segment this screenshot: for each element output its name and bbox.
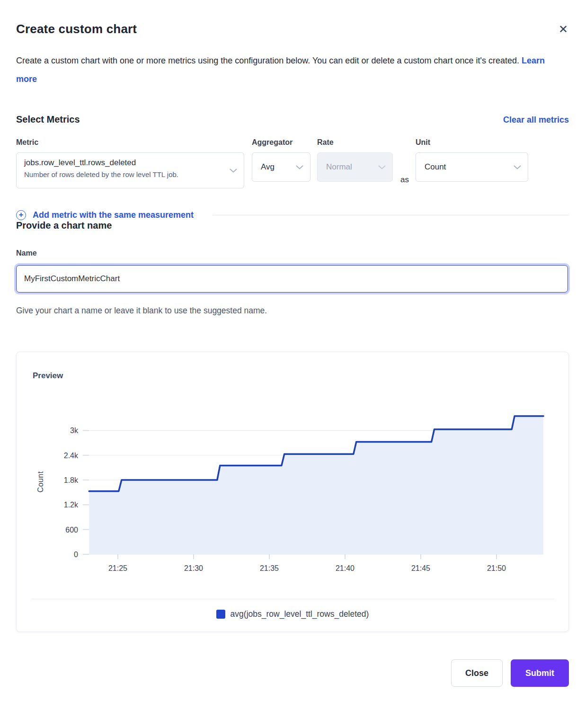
rate-label: Rate (317, 138, 393, 147)
metric-select[interactable]: jobs.row_level_ttl.rows_deleted Number o… (16, 152, 244, 188)
modal-description: Create a custom chart with one or more m… (16, 52, 565, 89)
legend-swatch-icon (216, 610, 225, 619)
chevron-down-icon (514, 162, 521, 172)
as-text: as (400, 175, 409, 185)
aggregator-column: Aggregator Avg (252, 138, 310, 182)
modal-header: Create custom chart ✕ (16, 0, 569, 36)
add-metric-label: Add metric with the same measurement (33, 210, 194, 220)
legend-label: avg(jobs_row_level_ttl_rows_deleted) (230, 609, 369, 619)
chevron-down-icon (378, 162, 386, 172)
select-metrics-header: Select Metrics Clear all metrics (16, 114, 569, 125)
metric-label: Metric (16, 138, 244, 147)
close-button[interactable]: Close (451, 659, 503, 687)
unit-column: Unit Count (416, 138, 528, 182)
add-metric-button[interactable]: + Add metric with the same measurement (16, 210, 194, 220)
submit-button[interactable]: Submit (511, 659, 569, 687)
preview-heading: Preview (33, 371, 63, 381)
svg-text:0: 0 (74, 550, 78, 559)
rate-select[interactable]: Normal (317, 152, 393, 182)
description-text: Create a custom chart with one or more m… (16, 56, 519, 65)
plus-circle-icon: + (16, 210, 26, 220)
svg-text:2.4k: 2.4k (64, 452, 79, 460)
select-metrics-heading: Select Metrics (16, 114, 80, 125)
metric-select-value: jobs.row_level_ttl.rows_deleted (24, 158, 225, 168)
divider (213, 215, 569, 215)
close-icon[interactable]: ✕ (558, 23, 569, 36)
svg-text:21:25: 21:25 (108, 564, 127, 572)
metric-select-description: Number of rows deleted by the row level … (24, 170, 225, 178)
chevron-down-icon (230, 166, 237, 175)
svg-text:600: 600 (65, 526, 78, 534)
name-helper-text: Give your chart a name or leave it blank… (16, 306, 569, 316)
chevron-down-icon (296, 162, 303, 172)
unit-label: Unit (416, 138, 528, 147)
svg-text:21:50: 21:50 (487, 564, 506, 572)
page-title: Create custom chart (16, 22, 137, 36)
name-label: Name (16, 249, 569, 257)
svg-text:Count: Count (36, 471, 44, 492)
legend-divider (32, 599, 554, 599)
svg-text:21:35: 21:35 (260, 564, 279, 572)
create-custom-chart-modal: Create custom chart ✕ Create a custom ch… (0, 0, 585, 704)
unit-select[interactable]: Count (416, 152, 528, 182)
aggregator-select[interactable]: Avg (252, 152, 310, 182)
svg-text:1.2k: 1.2k (64, 501, 79, 509)
svg-text:21:40: 21:40 (336, 564, 355, 572)
add-metric-row: + Add metric with the same measurement (16, 210, 569, 220)
clear-all-metrics-link[interactable]: Clear all metrics (503, 115, 569, 125)
preview-card: 06001.2k1.8k2.4k3k21:2521:3021:3521:4021… (16, 352, 569, 632)
unit-select-value: Count (425, 162, 446, 172)
rate-column: Rate Normal (317, 138, 393, 182)
aggregator-select-value: Avg (261, 162, 275, 172)
metric-controls-row: Metric jobs.row_level_ttl.rows_deleted N… (16, 138, 569, 188)
aggregator-label: Aggregator (252, 138, 310, 147)
svg-text:3k: 3k (70, 426, 79, 435)
chart-name-heading: Provide a chart name (16, 220, 569, 231)
modal-footer: Close Submit (16, 659, 569, 704)
rate-select-value: Normal (326, 162, 352, 172)
chart-legend: avg(jobs_row_level_ttl_rows_deleted) (17, 609, 568, 619)
preview-chart: 06001.2k1.8k2.4k3k21:2521:3021:3521:4021… (17, 352, 569, 579)
svg-text:21:30: 21:30 (184, 564, 203, 572)
name-input[interactable] (16, 265, 568, 293)
svg-text:1.8k: 1.8k (64, 476, 79, 484)
metric-column: Metric jobs.row_level_ttl.rows_deleted N… (16, 138, 244, 188)
svg-text:21:45: 21:45 (411, 564, 430, 572)
